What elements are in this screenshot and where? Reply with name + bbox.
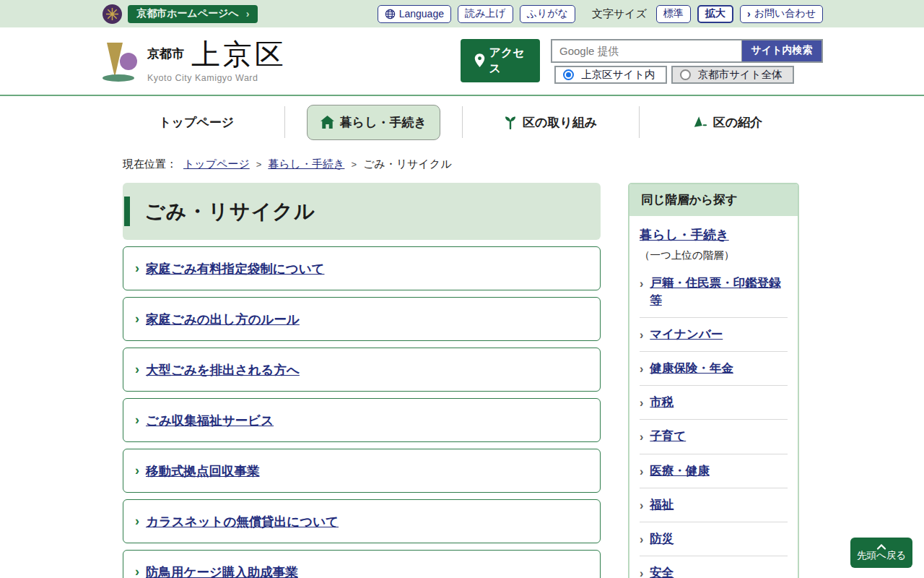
sidebar-same-level: 同じ階層から探す 暮らし・手続き （一つ上位の階層） 戸籍・住民票・印鑑登録等 … [628,183,799,578]
sidebar-link-childcare[interactable]: 子育て [650,428,686,445]
sidebar-parent-link[interactable]: 暮らし・手続き [640,228,729,242]
sidebar-item-safety: 安全 [640,556,788,578]
sidebar-link-my-number[interactable]: マイナンバー [650,326,723,343]
breadcrumb-separator: > [351,159,357,170]
chevron-right-icon [640,463,643,480]
breadcrumb-link-living[interactable]: 暮らし・手続き [268,158,344,171]
chevron-right-icon [135,311,139,327]
read-aloud-button[interactable]: 読み上げ [458,5,513,23]
list-item: ごみ収集福祉サービス [123,398,601,442]
link-garbage-welfare-service[interactable]: ごみ収集福祉サービス [146,412,274,429]
list-item: カラスネットの無償貸出について [123,499,601,543]
chevron-right-icon [640,428,643,445]
nav-item-top-page[interactable]: トップページ [145,105,248,140]
sidebar-item-my-number: マイナンバー [640,318,788,352]
link-crow-net-loan[interactable]: カラスネットの無償貸出について [146,513,339,530]
main-content: ごみ・リサイクル 家庭ごみ有料指定袋制について 家庭ごみの出し方のルール 大型ご… [123,183,601,578]
search-scope-city-option[interactable]: 京都市サイト全体 [671,66,794,84]
list-item: 家庭ごみ有料指定袋制について [123,246,601,290]
chevron-right-icon [640,497,643,514]
access-label: アクセス [489,45,527,76]
sidebar-item-disaster-prevention: 防災 [640,522,788,556]
global-nav: トップページ 暮らし・手続き 区の取り組み [0,96,924,148]
page-title-box: ごみ・リサイクル [123,183,601,240]
breadcrumb: 現在位置： トップページ > 暮らし・手続き > ごみ・リサイクル [123,158,801,171]
sidebar-link-welfare[interactable]: 福祉 [650,496,674,514]
breadcrumb-separator: > [256,159,262,170]
access-button[interactable]: アクセス [461,39,540,82]
location-pin-icon [474,53,485,67]
back-to-top-button[interactable]: 先頭へ戻る [850,538,912,568]
sidebar-item-childcare: 子育て [640,420,788,454]
nav-ward-introduction-label: 区の紹介 [713,114,762,131]
chevron-up-icon [876,544,886,550]
site-logo[interactable]: 京都市 上京区 Kyoto City Kamigyo Ward [103,40,287,83]
search-submit-button[interactable]: サイト内検索 [741,39,823,63]
landmark-icon [693,116,707,129]
contact-label: お問い合わせ [754,7,816,20]
ward-name-english: Kyoto City Kamigyo Ward [147,73,287,83]
site-header: 京都市 上京区 Kyoto City Kamigyo Ward アクセス サイト… [0,27,924,96]
kyoto-city-homepage-button[interactable]: 京都市ホームページへ [128,5,258,23]
link-large-garbage[interactable]: 大型ごみを排出される方へ [146,361,300,379]
sidebar-item-medical-health: 医療・健康 [640,454,788,488]
site-search: サイト内検索 上京区サイト内 京都市サイト全体 [551,39,823,84]
font-size-large-button[interactable]: 拡大 [697,5,733,23]
kyoto-city-emblem-icon [103,4,122,24]
nav-item-ward-initiatives[interactable]: 区の取り組み [490,105,611,140]
link-mobile-collection[interactable]: 移動式拠点回収事業 [146,462,260,480]
sidebar-title: 同じ階層から探す [629,184,798,216]
read-aloud-label: 読み上げ [465,7,506,20]
globe-icon [385,9,396,20]
chevron-right-icon [640,531,643,548]
list-item: 防鳥用ケージ購入助成事業 [123,550,601,578]
sidebar-link-safety[interactable]: 安全 [650,564,674,578]
search-scope-ward-option[interactable]: 上京区サイト内 [554,66,667,84]
font-size-standard-button[interactable]: 標準 [656,5,691,23]
search-scope-ward-label: 上京区サイト内 [581,68,655,82]
contact-button[interactable]: お問い合わせ [740,5,823,23]
sidebar-link-family-register[interactable]: 戸籍・住民票・印鑑登録等 [650,275,788,309]
chevron-right-icon [135,514,139,529]
list-item: 大型ごみを排出される方へ [123,348,601,392]
font-size-standard-label: 標準 [663,7,684,20]
sidebar-link-disaster-prevention[interactable]: 防災 [650,530,674,548]
chevron-right-icon [135,362,139,377]
utility-bar: 京都市ホームページへ Language 読み上げ ふりがな 文字サイズ 標準 拡… [0,0,924,27]
breadcrumb-link-top[interactable]: トップページ [183,158,250,171]
font-size-label: 文字サイズ [592,7,647,21]
chevron-right-icon [747,8,751,20]
sidebar-item-welfare: 福祉 [640,488,788,522]
sidebar-item-family-register: 戸籍・住民票・印鑑登録等 [640,267,788,318]
radio-unselected-icon [680,69,691,80]
sidebar-link-health-insurance[interactable]: 健康保険・年金 [650,360,733,377]
nav-item-ward-introduction[interactable]: 区の紹介 [679,105,776,140]
sidebar-link-city-tax[interactable]: 市税 [650,394,674,411]
breadcrumb-current: ごみ・リサイクル [363,158,451,171]
link-household-garbage-rules[interactable]: 家庭ごみの出し方のルール [146,311,300,328]
chevron-right-icon [135,261,139,276]
search-scope-city-label: 京都市サイト全体 [698,68,783,82]
chevron-right-icon [640,361,643,377]
ward-name: 上京区 [191,40,287,69]
nav-top-page-label: トップページ [159,114,234,131]
furigana-button[interactable]: ふりがな [520,5,575,23]
back-to-top-label: 先頭へ戻る [857,550,906,561]
font-size-large-label: 拡大 [705,7,725,20]
title-accent-bar [124,197,130,226]
nav-item-living-procedures[interactable]: 暮らし・手続き [307,105,440,140]
list-item: 家庭ごみの出し方のルール [123,297,601,341]
nav-ward-initiatives-label: 区の取り組み [523,114,597,131]
link-bird-cage-subsidy[interactable]: 防鳥用ケージ購入助成事業 [146,564,298,578]
ward-logo-icon [103,41,139,83]
nav-living-procedures-label: 暮らし・手続き [340,114,427,131]
link-designated-bag-system[interactable]: 家庭ごみ有料指定袋制について [146,260,324,277]
chevron-right-icon [640,565,643,578]
language-button[interactable]: Language [378,5,451,23]
chevron-right-icon [640,327,643,343]
chevron-right-icon [135,564,139,578]
search-input[interactable] [551,39,741,63]
radio-selected-icon [563,69,574,80]
list-item: 移動式拠点回収事業 [123,449,601,493]
sidebar-link-medical-health[interactable]: 医療・健康 [650,462,710,480]
